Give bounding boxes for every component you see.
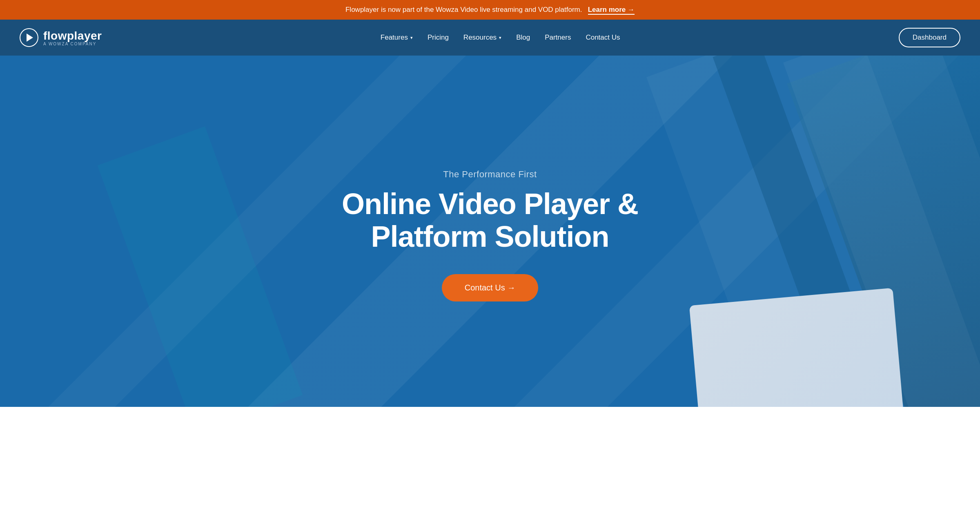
hero-decor-2 bbox=[783, 56, 980, 407]
hero-decor-5 bbox=[98, 126, 303, 407]
hero-subtitle: The Performance First bbox=[342, 169, 638, 180]
navbar: flowplayer A WOWZA COMPANY Features ▾ Pr… bbox=[0, 20, 980, 56]
chevron-down-icon: ▾ bbox=[499, 35, 501, 40]
nav-item-resources[interactable]: Resources ▾ bbox=[463, 33, 501, 42]
nav-item-partners[interactable]: Partners bbox=[545, 33, 571, 42]
nav-item-contact[interactable]: Contact Us bbox=[586, 33, 620, 42]
hero-card-hint bbox=[689, 288, 903, 407]
hero-decor-1 bbox=[646, 56, 980, 407]
nav-item-blog[interactable]: Blog bbox=[516, 33, 530, 42]
hero-cta-button[interactable]: Contact Us → bbox=[442, 274, 538, 301]
logo-icon bbox=[20, 28, 38, 47]
hero-title: Online Video Player & Platform Solution bbox=[342, 188, 638, 252]
hero-decor-4 bbox=[787, 56, 980, 407]
hero-content: The Performance First Online Video Playe… bbox=[342, 169, 638, 301]
announcement-banner: Flowplayer is now part of the Wowza Vide… bbox=[0, 0, 980, 20]
logo-name: flowplayer bbox=[43, 29, 102, 42]
hero-decor-3 bbox=[713, 56, 913, 407]
play-icon bbox=[27, 33, 33, 42]
logo[interactable]: flowplayer A WOWZA COMPANY bbox=[20, 28, 102, 47]
logo-sub: A WOWZA COMPANY bbox=[43, 42, 102, 46]
logo-text: flowplayer A WOWZA COMPANY bbox=[43, 29, 102, 46]
chevron-down-icon: ▾ bbox=[410, 35, 413, 40]
announcement-link[interactable]: Learn more → bbox=[588, 6, 635, 15]
dashboard-button[interactable]: Dashboard bbox=[899, 28, 960, 47]
announcement-text: Flowplayer is now part of the Wowza Vide… bbox=[345, 6, 582, 13]
nav-menu: Features ▾ Pricing Resources ▾ Blog Part… bbox=[381, 33, 620, 42]
nav-item-pricing[interactable]: Pricing bbox=[428, 33, 449, 42]
hero-section: The Performance First Online Video Playe… bbox=[0, 56, 980, 407]
nav-item-features[interactable]: Features ▾ bbox=[381, 33, 413, 42]
